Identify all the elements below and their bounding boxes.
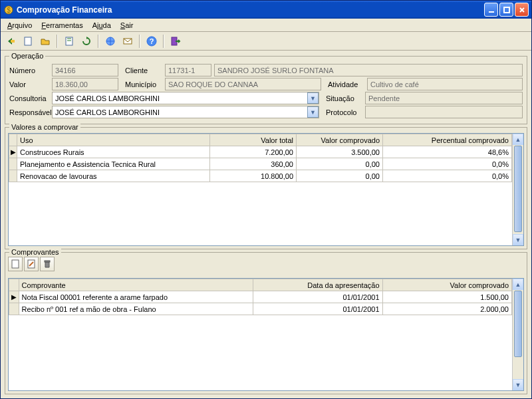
cliente-cod-field: 11731-1 [165,64,211,76]
responsavel-combo[interactable]: JOSÉ CARLOS LAMBORGHINI ▼ [52,106,319,118]
svg-rect-7 [25,37,31,45]
situacao-label: Situação [326,94,362,102]
svg-rect-6 [11,40,15,43]
row-handle [9,170,17,182]
exit-icon[interactable] [168,34,183,49]
delete-comprovante-button[interactable] [40,257,55,271]
svg-rect-3 [504,7,509,13]
protocolo-field [365,106,523,118]
svg-text:?: ? [150,37,154,45]
responsavel-label: Responsável [9,108,49,116]
cell-data: 01/01/2001 [253,303,382,315]
window-title: Comprovação Financeira [17,5,484,15]
valores-scrollbar[interactable]: ▲ ▼ [512,134,523,245]
municipio-field: SAO ROQUE DO CANNAA [165,78,321,90]
table-row[interactable]: ▶Construcoes Rurais7.200,003.500,0048,6% [9,146,512,158]
cell-total: 10.800,00 [210,170,297,182]
cell-data: 01/01/2001 [253,291,382,303]
col-uso[interactable]: Uso [17,134,210,146]
row-handle [9,303,19,315]
help-icon[interactable]: ? [144,34,159,49]
cell-pct: 0,0% [383,170,512,182]
valores-legend: Valores a comprovar [9,123,80,131]
new-icon[interactable] [21,34,35,49]
app-icon: $ [3,5,14,15]
row-handle: ▶ [9,146,17,158]
protocolo-label: Protocolo [326,108,362,116]
minimize-button[interactable] [484,3,498,17]
scroll-down-icon[interactable]: ▼ [513,379,523,390]
cell-uso: Construcoes Rurais [17,146,210,158]
col-pct[interactable]: Percentual comprovado [383,134,512,146]
svg-rect-14 [12,260,19,268]
table-row[interactable]: Recibo nº 001 ref a mão de obra - Fulano… [9,303,512,315]
scroll-up-icon[interactable]: ▲ [513,134,523,145]
mail-icon[interactable] [120,34,135,49]
valor-field: 18.360,00 [52,78,118,90]
menu-sair[interactable]: Sair [116,20,138,31]
col-comprovante[interactable]: Comprovante [19,279,253,291]
scroll-down-icon[interactable]: ▼ [513,234,523,245]
valores-grid[interactable]: Uso Valor total Valor comprovado Percent… [8,133,524,246]
svg-rect-16 [45,261,50,262]
table-row[interactable]: ▶Nota Fiscal 00001 referente a arame far… [9,291,512,303]
cell-comprovado: 0,00 [297,170,383,182]
row-handle-header [9,134,17,146]
scroll-thumb[interactable] [514,291,522,357]
row-handle-header [9,279,19,291]
chevron-down-icon[interactable]: ▼ [307,92,319,104]
numero-field: 34166 [52,64,118,76]
cell-comprovado: 0,00 [297,158,383,170]
col-comprovado[interactable]: Valor comprovado [297,134,383,146]
cell-pct: 48,6% [383,146,512,158]
cell-total: 360,00 [210,158,297,170]
cell-uso: Renovacao de lavouras [17,170,210,182]
new-comprovante-button[interactable] [8,257,23,271]
valor-label: Valor [9,80,49,88]
municipio-label: Município [125,80,162,88]
cliente-nome-field: SANDRO JOSÉ SURLO FONTANA [214,64,523,76]
chevron-down-icon[interactable]: ▼ [307,106,319,118]
cell-valor: 2.000,00 [382,303,511,315]
cliente-label: Cliente [125,66,162,74]
menu-arquivo[interactable]: Arquivo [3,20,36,31]
row-handle [9,158,17,170]
titlebar[interactable]: $ Comprovação Financeira [1,1,531,19]
operacao-legend: Operação [9,52,45,60]
cell-comprovado: 3.500,00 [297,146,383,158]
cell-uso: Planejamento e Assistencia Tecnica Rural [17,158,210,170]
scroll-up-icon[interactable]: ▲ [513,279,523,290]
comprovantes-legend: Comprovantes [9,248,61,256]
situacao-field: Pendente [365,92,523,104]
edit-comprovante-button[interactable] [24,257,39,271]
col-total[interactable]: Valor total [210,134,297,146]
consultoria-combo[interactable]: JOSÉ CARLOS LAMBORGHINI ▼ [52,92,319,104]
refresh-icon[interactable] [79,34,94,49]
close-button[interactable] [515,3,529,17]
scroll-thumb[interactable] [514,146,522,232]
col-data[interactable]: Data da apresentação [253,279,382,291]
valores-group: Valores a comprovar Uso Valor total Valo… [5,127,527,249]
svg-rect-2 [489,11,494,13]
col-valor[interactable]: Valor comprovado [382,279,511,291]
globe-icon[interactable] [103,34,118,49]
open-icon[interactable] [38,34,53,49]
maximize-button[interactable] [499,3,513,17]
back-icon[interactable] [3,34,18,49]
save-icon[interactable] [62,34,76,49]
operacao-group: Operação Número 34166 Cliente 11731-1 SA… [5,52,527,124]
table-row[interactable]: Planejamento e Assistencia Tecnica Rural… [9,158,512,170]
comprovantes-scrollbar[interactable]: ▲ ▼ [512,279,523,390]
comprovantes-grid[interactable]: Comprovante Data da apresentação Valor c… [8,278,524,391]
row-handle: ▶ [9,291,19,303]
numero-label: Número [9,66,49,74]
cell-comprovante: Recibo nº 001 ref a mão de obra - Fulano [19,303,253,315]
atividade-label: Atividade [328,80,364,88]
toolbar: ? [1,32,531,51]
menubar: Arquivo Ferramentas Ajuda Sair [1,19,531,32]
comprovantes-group: Comprovantes Comprovante Data da apresen… [5,252,527,394]
menu-ferramentas[interactable]: Ferramentas [37,20,86,31]
menu-ajuda[interactable]: Ajuda [88,20,115,31]
table-row[interactable]: Renovacao de lavouras10.800,000,000,0% [9,170,512,182]
cell-valor: 1.500,00 [382,291,511,303]
